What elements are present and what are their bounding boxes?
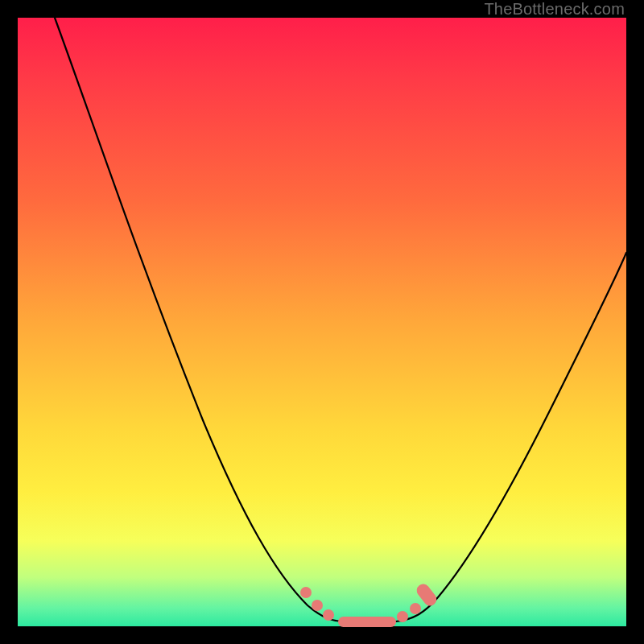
watermark-text: TheBottleneck.com	[484, 0, 625, 19]
marker-flat	[338, 617, 396, 627]
marker-bead	[397, 611, 408, 622]
marker-bead	[323, 609, 334, 621]
frame: TheBottleneck.com	[0, 0, 644, 644]
plot-area	[18, 18, 626, 626]
marker-bead	[410, 603, 421, 614]
curve-right-branch	[396, 253, 626, 621]
curve-left-branch	[55, 18, 343, 621]
bottleneck-curve	[18, 18, 626, 626]
marker-bead	[300, 587, 312, 598]
marker-bead	[312, 600, 323, 611]
